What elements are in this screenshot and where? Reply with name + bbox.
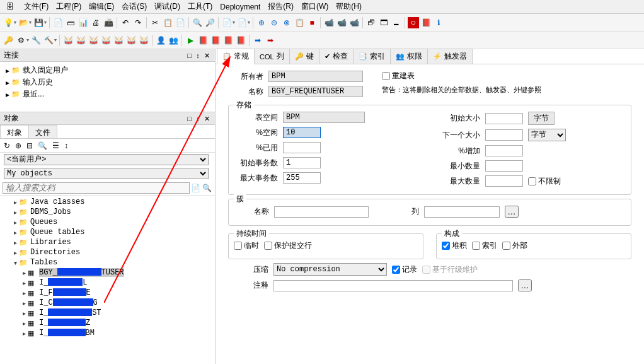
bk4-icon[interactable]: 📕 bbox=[235, 35, 246, 46]
twisty-icon[interactable]: ▸ bbox=[4, 90, 11, 99]
print-icon[interactable]: 🖨 bbox=[90, 17, 101, 28]
key-icon[interactable]: 🔑 bbox=[3, 35, 14, 46]
myobjects-select[interactable]: My objects bbox=[4, 168, 209, 179]
binoculars-icon[interactable]: 🔍 bbox=[37, 141, 49, 150]
detail-tab[interactable]: 📑索引 bbox=[353, 49, 391, 64]
cam2-icon[interactable]: 📹 bbox=[336, 17, 347, 28]
panel-pin-icon[interactable]: □ bbox=[186, 52, 193, 59]
menu-item[interactable]: 窗口(W) bbox=[297, 0, 332, 13]
rebuild-checkbox[interactable]: 重建表 bbox=[382, 71, 415, 81]
drum1-icon[interactable]: 🥁 bbox=[62, 35, 74, 46]
comment-input[interactable] bbox=[273, 280, 513, 291]
oracle-icon[interactable]: O bbox=[408, 17, 419, 28]
table-item[interactable]: I_F E bbox=[39, 288, 91, 297]
twisty-icon[interactable]: ▸ bbox=[20, 279, 28, 286]
minext-input[interactable] bbox=[485, 160, 523, 172]
stepinto-icon[interactable]: ⊕ bbox=[256, 17, 267, 28]
arr1-icon[interactable]: ➡ bbox=[252, 35, 263, 46]
cut-icon[interactable]: ✂ bbox=[149, 17, 161, 28]
win3-icon[interactable]: 🗕 bbox=[391, 17, 402, 28]
drum3-icon[interactable]: 🥁 bbox=[88, 35, 99, 46]
table-item[interactable]: I_ ST bbox=[39, 308, 101, 317]
drum4-icon[interactable]: 🥁 bbox=[100, 35, 112, 46]
bk3-icon[interactable]: 📕 bbox=[222, 35, 234, 46]
tree-item[interactable]: DBMS_Jobs bbox=[30, 208, 71, 216]
tree-item[interactable]: Libraries bbox=[30, 238, 71, 247]
search-go-icon[interactable]: 🔍 bbox=[201, 184, 212, 192]
tree-item[interactable]: Directories bbox=[30, 248, 80, 257]
conn-recent[interactable]: 最近... bbox=[23, 89, 44, 100]
twisty-icon[interactable]: ▸ bbox=[20, 320, 28, 327]
conn-fixed-users[interactable]: 载入固定用户 bbox=[23, 65, 68, 76]
twisty-icon[interactable]: ▸ bbox=[11, 209, 19, 216]
expand-icon[interactable]: ⊕ bbox=[14, 141, 23, 150]
twisty-icon[interactable]: ▸ bbox=[4, 78, 11, 87]
doc2-icon[interactable]: 📄 bbox=[236, 17, 248, 28]
panel-pin-icon[interactable]: □ bbox=[186, 115, 193, 122]
detail-tab[interactable]: ⚡触发器 bbox=[427, 49, 473, 64]
twisty-icon[interactable]: ▸ bbox=[11, 229, 19, 236]
bk2-icon[interactable]: 📕 bbox=[210, 35, 221, 46]
table-item[interactable]: I_ Z bbox=[39, 319, 90, 327]
tablespace-input[interactable] bbox=[283, 112, 365, 123]
open-icon[interactable]: 📂 bbox=[18, 17, 29, 28]
new-icon[interactable]: 💡 bbox=[3, 17, 14, 28]
findnext-icon[interactable]: 🔎 bbox=[204, 17, 216, 28]
drum6-icon[interactable]: 🥁 bbox=[125, 35, 137, 46]
sort-icon[interactable]: ↕ bbox=[63, 141, 69, 150]
panel-close-icon[interactable]: ✕ bbox=[203, 115, 211, 122]
panel-pin2-icon[interactable]: ↕ bbox=[195, 115, 201, 122]
menu-item[interactable]: 工程(P) bbox=[52, 0, 85, 13]
table-item[interactable]: I_ BM bbox=[39, 329, 95, 338]
drum5-icon[interactable]: 🥁 bbox=[113, 35, 124, 46]
explain-icon[interactable]: 📊 bbox=[78, 17, 89, 28]
menu-item[interactable]: 工具(T) bbox=[184, 0, 216, 13]
index-checkbox[interactable]: 索引 bbox=[472, 240, 497, 251]
pctfree-input[interactable] bbox=[283, 127, 321, 138]
menu-item[interactable]: Deployment bbox=[216, 1, 264, 13]
temp-checkbox[interactable]: 临时 bbox=[234, 240, 259, 251]
comment-browse[interactable]: … bbox=[518, 279, 532, 291]
nextsize-input[interactable] bbox=[485, 129, 523, 141]
arr2-icon[interactable]: ➡ bbox=[265, 35, 276, 46]
twisty-icon[interactable]: ▸ bbox=[4, 66, 11, 75]
db-icon[interactable]: 🗃 bbox=[65, 17, 76, 28]
cluster-col-browse[interactable]: … bbox=[505, 206, 519, 218]
tab-objects[interactable]: 对象 bbox=[0, 125, 29, 138]
maxext-input[interactable] bbox=[485, 175, 523, 187]
unlimited-checkbox[interactable]: 不限制 bbox=[528, 176, 561, 187]
compress-select[interactable]: No compression bbox=[273, 263, 387, 276]
logging-checkbox[interactable]: 记录 bbox=[392, 264, 417, 275]
detail-tab[interactable]: 📋常规 bbox=[217, 49, 255, 64]
detail-tab[interactable]: ✔检查 bbox=[319, 49, 354, 64]
pdf-icon[interactable]: 📕 bbox=[420, 17, 432, 28]
pctincr-input[interactable] bbox=[485, 145, 523, 156]
twisty-icon[interactable]: ▸ bbox=[11, 199, 19, 206]
drum2-icon[interactable]: 🥁 bbox=[75, 35, 86, 46]
twisty-icon[interactable]: ▸ bbox=[20, 300, 28, 307]
doc1-icon[interactable]: 📄 bbox=[221, 17, 233, 28]
printer-icon[interactable]: 📠 bbox=[103, 17, 114, 28]
twisty-icon[interactable]: ▸ bbox=[11, 239, 19, 246]
win1-icon[interactable]: 🗗 bbox=[365, 17, 377, 28]
heap-checkbox[interactable]: 堆积 bbox=[442, 240, 467, 251]
tree-item[interactable]: Java classes bbox=[30, 197, 84, 206]
panel-close-icon[interactable]: ✕ bbox=[203, 52, 211, 59]
cluster-name-input[interactable] bbox=[274, 206, 369, 218]
u2-icon[interactable]: 👥 bbox=[168, 35, 179, 46]
scope-select[interactable]: <当前用户> bbox=[4, 154, 209, 165]
tree-tables[interactable]: Tables bbox=[30, 258, 57, 267]
detail-tab[interactable]: COL列 bbox=[254, 49, 290, 64]
gear-icon[interactable]: ⚙ bbox=[15, 35, 26, 46]
panel-pin2-icon[interactable]: ↕ bbox=[195, 52, 201, 59]
stepover-icon[interactable]: ⊖ bbox=[268, 17, 280, 28]
tab-files[interactable]: 文件 bbox=[28, 125, 57, 138]
compile-icon[interactable]: 📄 bbox=[52, 17, 64, 28]
paste-icon[interactable]: 📄 bbox=[175, 17, 186, 28]
maxtrans-input[interactable] bbox=[283, 172, 321, 184]
external-checkbox[interactable]: 外部 bbox=[502, 240, 527, 251]
tree-item[interactable]: Queue tables bbox=[30, 228, 84, 237]
win2-icon[interactable]: 🗖 bbox=[378, 17, 389, 28]
conn-history[interactable]: 输入历史 bbox=[23, 77, 53, 88]
wrench-icon[interactable]: 🔧 bbox=[30, 35, 42, 46]
